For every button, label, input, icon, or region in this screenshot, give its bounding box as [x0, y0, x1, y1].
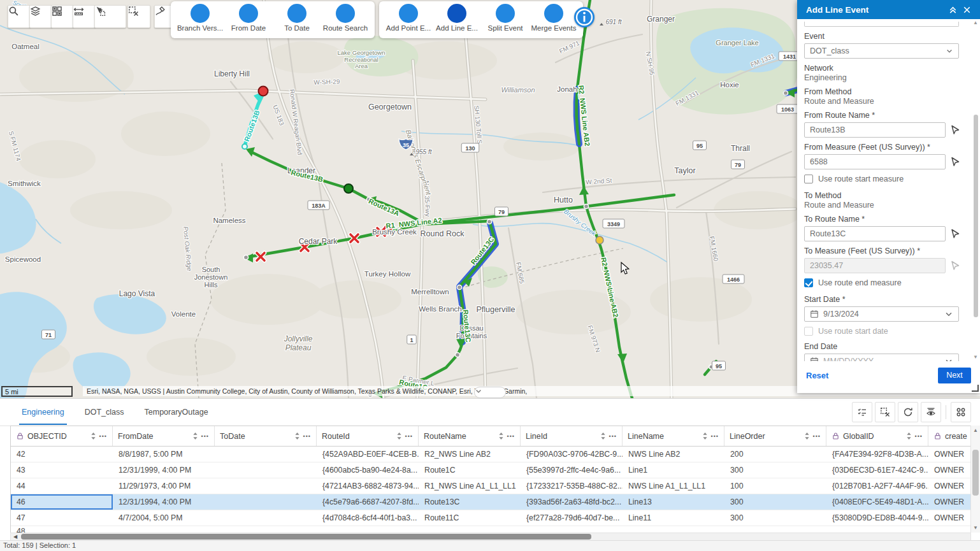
panel-resize-handle[interactable] — [972, 385, 979, 392]
add-line-event-button[interactable]: Add Line E... — [434, 4, 480, 32]
cell-ToDate[interactable] — [215, 462, 317, 478]
cell-OBJECTID[interactable]: 46 — [11, 494, 113, 510]
sort-icon[interactable] — [396, 432, 402, 440]
cell-OBJECTID[interactable]: 47 — [11, 510, 113, 526]
show-selection-button[interactable] — [852, 402, 872, 422]
cell-create[interactable] — [928, 526, 970, 533]
table-row[interactable]: 428/8/1987, 5:00 PM{452A9ABD-E0EF-4CEB-B… — [11, 447, 970, 462]
cell-FromDate[interactable]: 4/7/2004, 5:00 PM — [113, 510, 215, 526]
scroll-left-arrow[interactable]: ◀ — [11, 533, 20, 540]
cell-FromDate[interactable]: 12/31/1999, 4:00 PM — [113, 462, 215, 478]
cell-LineName[interactable]: Line13 — [623, 494, 724, 510]
sort-icon[interactable] — [498, 432, 504, 440]
column-menu-icon[interactable]: ••• — [201, 433, 209, 440]
column-menu-icon[interactable]: ••• — [405, 433, 413, 440]
tab-engineering[interactable]: Engineering — [19, 399, 67, 425]
cell-RouteId[interactable]: {4600abc5-ba90-4e24-8a... — [317, 462, 419, 478]
add-point-event-button[interactable]: Add Point E... — [386, 4, 431, 32]
cell-OBJECTID[interactable]: 42 — [11, 447, 113, 462]
column-menu-icon[interactable]: ••• — [99, 433, 107, 440]
column-header-OBJECTID[interactable]: OBJECTID••• — [11, 426, 113, 446]
column-header-RouteName[interactable]: RouteName••• — [419, 426, 521, 446]
column-header-LineName[interactable]: LineName••• — [623, 426, 724, 446]
layers-button[interactable] — [29, 5, 52, 28]
vertical-scroll-thumb[interactable] — [972, 450, 979, 496]
end-date-input[interactable]: MM/DD/YYYY — [804, 354, 959, 361]
table-row[interactable]: 4411/29/1973, 4:00 PM{47214AB3-6882-4873… — [11, 478, 970, 494]
cell-LineOrder[interactable] — [724, 526, 826, 533]
cell-RouteId[interactable] — [317, 526, 419, 533]
panel-scroll-up-arrow[interactable]: ▲ — [973, 20, 978, 25]
refresh-button[interactable] — [898, 402, 918, 422]
column-menu-icon[interactable]: ••• — [711, 433, 719, 440]
cell-FromDate[interactable]: 11/29/1973, 4:00 PM — [113, 478, 215, 494]
cell-OBJECTID[interactable]: 48 — [11, 526, 113, 533]
basemap-button[interactable] — [51, 5, 74, 28]
cell-LineName[interactable]: NWS Line A1_L1_LL1 — [623, 478, 724, 494]
cell-LineOrder[interactable]: 300 — [724, 462, 826, 478]
branch-versioning-button[interactable]: Branch Vers... — [177, 4, 223, 32]
cell-RouteName[interactable]: R2_NWS Line AB2 — [419, 447, 521, 462]
column-header-FromDate[interactable]: FromDate••• — [113, 426, 215, 446]
use-route-end-measure-checkbox[interactable]: Use route end measure — [804, 278, 961, 287]
cell-RouteName[interactable]: Route13C — [419, 494, 521, 510]
cell-create[interactable]: OWNER — [928, 494, 971, 510]
cell-ToDate[interactable] — [215, 478, 317, 494]
sort-icon[interactable] — [804, 432, 810, 440]
sort-icon[interactable] — [702, 432, 708, 440]
cell-OBJECTID[interactable]: 43 — [11, 462, 113, 478]
cell-GlobalID[interactable] — [826, 526, 928, 533]
cell-ToDate[interactable] — [215, 447, 317, 462]
cell-RouteId[interactable]: {4c5e79a6-6687-4207-8fd... — [317, 494, 419, 510]
cell-create[interactable]: OWNER — [928, 462, 971, 478]
clear-selection-button[interactable] — [875, 402, 895, 422]
column-header-RouteId[interactable]: RouteId••• — [317, 426, 419, 446]
tab-temporaryoutage[interactable]: TemporaryOutage — [142, 399, 211, 425]
sort-icon[interactable] — [192, 432, 198, 440]
table-row[interactable]: 474/7/2004, 5:00 PM{4d7084c8-6cf4-40f1-b… — [11, 510, 970, 526]
cell-GlobalID[interactable]: {03D6EC3D-61E7-424C-9... — [826, 462, 928, 478]
cell-GlobalID[interactable]: {53080D9D-ED8B-4044-9... — [826, 510, 928, 526]
info-button[interactable] — [574, 7, 594, 27]
sort-icon[interactable] — [90, 432, 96, 440]
cell-RouteName[interactable]: Route11C — [419, 510, 521, 526]
column-menu-icon[interactable]: ••• — [915, 433, 923, 440]
next-button[interactable]: Next — [938, 368, 971, 383]
cell-LineOrder[interactable]: 100 — [724, 478, 826, 494]
actions-button[interactable] — [951, 402, 971, 422]
sort-icon[interactable] — [600, 432, 606, 440]
pick-to-route-on-map-icon[interactable] — [950, 228, 961, 240]
cell-LineId[interactable]: {ef277a28-79d6-40d7-be... — [521, 510, 623, 526]
cell-LineId[interactable]: {55e3997d-2ffc-4e4c-9a6... — [521, 462, 623, 478]
close-panel-icon[interactable] — [960, 3, 974, 17]
panel-scrollbar-thumb[interactable] — [974, 115, 978, 317]
table-row[interactable]: 4312/31/1999, 4:00 PM{4600abc5-ba90-4e24… — [11, 462, 970, 478]
cell-FromDate[interactable]: 12/31/1994, 4:00 PM — [113, 494, 215, 510]
from-route-name-input[interactable]: Route13B — [804, 122, 946, 138]
cell-FromDate[interactable]: 8/8/1987, 5:00 PM — [113, 447, 215, 462]
table-row[interactable]: 4612/31/1994, 4:00 PM{4c5e79a6-6687-4207… — [11, 494, 970, 510]
scroll-down-arrow[interactable]: ▼ — [971, 525, 980, 531]
checkbox-checked[interactable] — [804, 278, 813, 287]
cell-RouteName[interactable]: R1_NWS Line A1_L1_LL1 — [419, 478, 521, 494]
sort-icon[interactable] — [294, 432, 300, 440]
cell-LineId[interactable] — [521, 526, 623, 533]
clear-selection-button[interactable] — [127, 5, 150, 28]
cell-LineOrder[interactable]: 300 — [724, 494, 826, 510]
column-header-create[interactable]: create••• — [928, 426, 971, 446]
from-date-button[interactable]: From Date — [226, 4, 271, 32]
table-vertical-scrollbar[interactable]: ▲ ▼ — [970, 426, 980, 533]
measure-button[interactable] — [73, 5, 96, 28]
cell-FromDate[interactable] — [113, 526, 215, 533]
column-menu-icon[interactable]: ••• — [813, 433, 821, 440]
cell-LineId[interactable]: {393ad56f-2a63-48fd-bc2... — [521, 494, 623, 510]
checkbox[interactable] — [804, 175, 813, 183]
cell-ToDate[interactable] — [215, 494, 317, 510]
hide-fields-button[interactable] — [921, 402, 941, 422]
cell-create[interactable]: OWNER — [928, 447, 971, 462]
cell-LineId[interactable]: {FD90A03C-9706-42BC-9... — [521, 447, 623, 462]
search-button[interactable] — [8, 5, 31, 28]
column-header-GlobalID[interactable]: GlobalID••• — [826, 426, 928, 446]
merge-events-button[interactable]: Merge Events — [531, 4, 577, 32]
cell-GlobalID[interactable]: {FA47E394-92F8-4D3B-A... — [826, 447, 928, 462]
